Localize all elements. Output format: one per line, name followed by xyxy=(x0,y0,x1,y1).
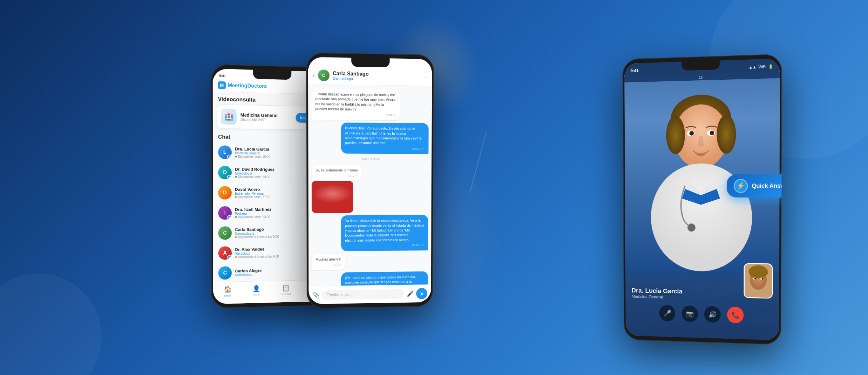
msg-time-outgoing-1: 13:11 ✓✓ xyxy=(345,146,425,151)
phone-center-notch xyxy=(351,58,390,67)
avail-dot-david-r xyxy=(235,176,237,177)
doctor-badge-david-r: + xyxy=(227,175,231,179)
doctor-badge-itzell: + xyxy=(227,215,231,219)
avail-text-itzell: Disponible hasta 13:00 xyxy=(238,215,270,219)
nav-inicio-label: Inicio xyxy=(224,294,231,297)
phone-left-notch xyxy=(253,70,291,80)
avail-text-david-v: Disponible hasta 17:00 xyxy=(238,195,270,199)
app-logo: M MeetingDoctors xyxy=(218,81,267,90)
nav-perfil[interactable]: 👤 Perfil xyxy=(252,284,260,296)
phone-center-inner: ‹ C Carla Santiago Dermatóloga ⋯ xyxy=(308,57,432,304)
end-call-icon: 📞 xyxy=(732,311,739,319)
mic-icon[interactable]: 🎤 xyxy=(407,290,414,297)
doctor-badge-lucia: + xyxy=(227,154,231,159)
doctor-specialty-david-r: Ginecología xyxy=(235,171,314,175)
profile-icon: 👤 xyxy=(252,284,260,292)
end-call-button[interactable]: 📞 xyxy=(727,306,743,323)
mute-icon: 🎤 xyxy=(663,309,671,317)
nav-inicio[interactable]: 🏠 Inicio xyxy=(224,285,231,297)
vc-title: Medicina General xyxy=(241,112,292,118)
signal-icon: ▲▲ xyxy=(749,64,756,69)
doctor-name-lucia: Dra. Lucia García xyxy=(235,146,314,151)
chat-messages: ...como descamación en los pliegues de n… xyxy=(308,84,432,286)
send-icon: ➤ xyxy=(420,291,424,297)
vc-icon: 🏥 xyxy=(221,109,237,125)
avail-dot-david-v xyxy=(235,196,237,198)
msg-outgoing-3: ¡De nada! un saludo y que pases un buen … xyxy=(312,271,428,286)
phone-center-screen: ‹ C Carla Santiago Dermatóloga ⋯ xyxy=(308,57,432,304)
msg-text-incoming-3: Muchas gracias! xyxy=(315,257,341,261)
back-button[interactable]: ‹ xyxy=(313,72,314,78)
msg-time-incoming-1: 13:00 ✓ xyxy=(315,112,396,117)
msg-bubble-incoming-1: ...como descamación en los pliegues de n… xyxy=(311,88,400,120)
msg-text-outgoing-3: ¡De nada! un saludo y que pases un buen … xyxy=(345,275,416,286)
msg-bubble-incoming-3: Muchas gracias! 10:18 xyxy=(312,253,345,270)
call-controls: 🎤 📷 🔊 📞 xyxy=(626,304,779,324)
chat-input-bar: 📎 Escribe aquí... 🎤 ➤ xyxy=(309,284,431,304)
speaker-button[interactable]: 🔊 xyxy=(704,306,720,322)
msg-text-incoming-2: Sí, es justamente lo mismo xyxy=(315,168,358,172)
svg-point-10 xyxy=(687,224,695,231)
home-icon: 🏠 xyxy=(224,285,231,293)
avatar-alex: A + xyxy=(218,246,232,260)
phone-right: 9:41 ▲▲ WiFi 🔋 18 xyxy=(622,54,782,345)
vc-subtitle: Disponible 24/7 xyxy=(241,117,292,122)
msg-time-incoming-3: 10:18 xyxy=(315,263,341,267)
avail-text-alex: Disponible el lunes a las 9:00 xyxy=(238,254,279,259)
status-time-left: 9:41 xyxy=(219,74,226,78)
chat-info-carlos: Carlos Alegre Nutricionista xyxy=(235,267,304,277)
avail-dot-itzell xyxy=(235,216,237,218)
avail-text-carla: Disponible el lunes a las 9:00 xyxy=(238,235,279,238)
msg-image-lips xyxy=(312,181,353,213)
self-view-svg xyxy=(745,263,772,299)
phone-center: ‹ C Carla Santiago Dermatóloga ⋯ xyxy=(306,53,434,309)
msg-bubble-incoming-2: Sí, es justamente lo mismo 10:12 ✓ xyxy=(312,165,362,181)
nav-historial[interactable]: 📋 Historial xyxy=(281,284,291,296)
self-view xyxy=(744,263,773,299)
avatar-carlos: C xyxy=(218,266,231,280)
msg-incoming-3: Muchas gracias! 10:18 xyxy=(312,253,428,270)
doctor-availability-lucia: Disponible hasta 15:00 xyxy=(235,155,314,159)
video-status-icons: ▲▲ WiFi 🔋 xyxy=(749,64,773,69)
mute-button[interactable]: 🎤 xyxy=(659,305,676,321)
camera-icon: 📷 xyxy=(686,310,694,317)
msg-text-outgoing-2: Ya tienes disponible tu receta electróni… xyxy=(345,218,425,242)
msg-text-outgoing-1: Buenos días! Por supuesto. Desde cuándo … xyxy=(345,126,422,145)
avatar-carla: C xyxy=(218,226,232,240)
app-name: MeetingDoctors xyxy=(228,82,267,89)
video-screen: 9:41 ▲▲ WiFi 🔋 18 xyxy=(624,59,780,340)
chat-header-info: Carla Santiago Dermatóloga xyxy=(333,70,419,81)
send-button[interactable]: ➤ xyxy=(416,288,427,299)
battery-icon-video: 🔋 xyxy=(768,64,773,69)
avatar-lucia: L + xyxy=(218,145,231,159)
msg-time-incoming-2: 10:12 ✓ xyxy=(315,174,358,178)
app-logo-icon: M xyxy=(218,81,226,89)
video-time: 9:41 xyxy=(630,68,638,73)
quick-answer-label: Quick Answer xyxy=(752,182,782,189)
avail-text-david-r: Disponible hasta 14:00 xyxy=(238,175,270,178)
camera-button[interactable]: 📷 xyxy=(682,305,698,322)
nav-perfil-label: Perfil xyxy=(253,293,259,296)
chat-info-lucia: Dra. Lucia García Medicina General Dispo… xyxy=(235,146,314,159)
msg-bubble-outgoing-3: ¡De nada! un saludo y que pases un buen … xyxy=(341,271,428,286)
quick-answer-icon: ⚡ xyxy=(734,179,748,193)
msg-time-outgoing-2: 10:18 ✓✓ xyxy=(345,243,425,248)
more-options-icon[interactable]: ⋯ xyxy=(422,73,428,80)
msg-bubble-outgoing-1: Buenos días! Por supuesto. Desde cuándo … xyxy=(341,122,429,154)
doctor-name-david-r: Dr. David Rodríguez xyxy=(235,166,314,171)
doctor-availability-david-r: Disponible hasta 14:00 xyxy=(235,175,314,179)
logo-letter: M xyxy=(220,82,224,88)
phone-right-notch xyxy=(682,60,720,70)
quick-answer-badge[interactable]: ⚡ Quick Answer xyxy=(726,174,782,198)
timer-value: 18 xyxy=(699,75,703,79)
chat-input-field[interactable]: Escribe aquí... xyxy=(322,289,404,300)
msg-incoming-2: Sí, es justamente lo mismo 10:12 ✓ xyxy=(312,165,429,213)
attach-icon[interactable]: 📎 xyxy=(312,292,319,299)
lip-photo xyxy=(312,181,353,213)
date-label-1: Hace 3 días xyxy=(312,157,429,161)
avatar-itzell: I + xyxy=(218,206,232,219)
history-icon: 📋 xyxy=(282,284,290,292)
speaker-icon: 🔊 xyxy=(709,310,716,318)
lightning-icon: ⚡ xyxy=(737,182,745,190)
avatar-david-v: D xyxy=(218,186,232,199)
